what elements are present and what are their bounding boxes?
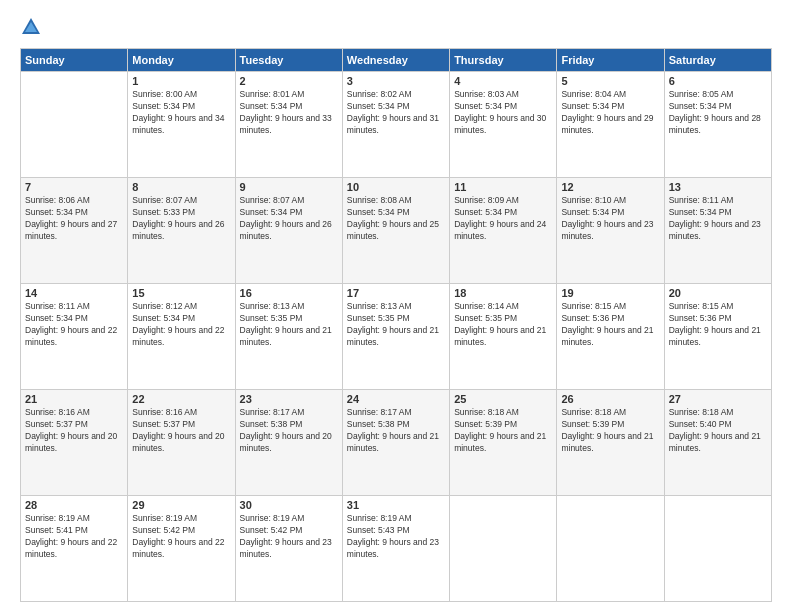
sunset-text: Sunset: 5:37 PM (25, 419, 123, 431)
day-number: 27 (669, 393, 767, 405)
cell-4-3: 31Sunrise: 8:19 AMSunset: 5:43 PMDayligh… (342, 496, 449, 602)
daylight-text: Daylight: 9 hours and 24 minutes. (454, 219, 552, 243)
sunset-text: Sunset: 5:37 PM (132, 419, 230, 431)
sunrise-text: Sunrise: 8:09 AM (454, 195, 552, 207)
calendar: SundayMondayTuesdayWednesdayThursdayFrid… (20, 48, 772, 602)
sunset-text: Sunset: 5:36 PM (561, 313, 659, 325)
sunset-text: Sunset: 5:34 PM (454, 207, 552, 219)
col-header-sunday: Sunday (21, 49, 128, 72)
cell-2-5: 19Sunrise: 8:15 AMSunset: 5:36 PMDayligh… (557, 284, 664, 390)
cell-0-6: 6Sunrise: 8:05 AMSunset: 5:34 PMDaylight… (664, 72, 771, 178)
daylight-text: Daylight: 9 hours and 26 minutes. (132, 219, 230, 243)
daylight-text: Daylight: 9 hours and 31 minutes. (347, 113, 445, 137)
page: SundayMondayTuesdayWednesdayThursdayFrid… (0, 0, 792, 612)
cell-1-0: 7Sunrise: 8:06 AMSunset: 5:34 PMDaylight… (21, 178, 128, 284)
day-number: 28 (25, 499, 123, 511)
day-number: 12 (561, 181, 659, 193)
daylight-text: Daylight: 9 hours and 20 minutes. (240, 431, 338, 455)
sunset-text: Sunset: 5:42 PM (132, 525, 230, 537)
day-number: 1 (132, 75, 230, 87)
sunset-text: Sunset: 5:35 PM (240, 313, 338, 325)
col-header-saturday: Saturday (664, 49, 771, 72)
sunrise-text: Sunrise: 8:18 AM (669, 407, 767, 419)
cell-3-3: 24Sunrise: 8:17 AMSunset: 5:38 PMDayligh… (342, 390, 449, 496)
cell-1-5: 12Sunrise: 8:10 AMSunset: 5:34 PMDayligh… (557, 178, 664, 284)
day-number: 20 (669, 287, 767, 299)
cell-3-0: 21Sunrise: 8:16 AMSunset: 5:37 PMDayligh… (21, 390, 128, 496)
cell-4-5 (557, 496, 664, 602)
sunset-text: Sunset: 5:34 PM (669, 207, 767, 219)
sunrise-text: Sunrise: 8:03 AM (454, 89, 552, 101)
day-number: 14 (25, 287, 123, 299)
sunrise-text: Sunrise: 8:10 AM (561, 195, 659, 207)
daylight-text: Daylight: 9 hours and 34 minutes. (132, 113, 230, 137)
daylight-text: Daylight: 9 hours and 33 minutes. (240, 113, 338, 137)
day-number: 13 (669, 181, 767, 193)
header (20, 16, 772, 38)
cell-2-1: 15Sunrise: 8:12 AMSunset: 5:34 PMDayligh… (128, 284, 235, 390)
sunset-text: Sunset: 5:34 PM (25, 207, 123, 219)
daylight-text: Daylight: 9 hours and 21 minutes. (561, 325, 659, 349)
cell-0-3: 3Sunrise: 8:02 AMSunset: 5:34 PMDaylight… (342, 72, 449, 178)
daylight-text: Daylight: 9 hours and 26 minutes. (240, 219, 338, 243)
sunset-text: Sunset: 5:34 PM (347, 207, 445, 219)
col-header-monday: Monday (128, 49, 235, 72)
cell-4-0: 28Sunrise: 8:19 AMSunset: 5:41 PMDayligh… (21, 496, 128, 602)
day-number: 8 (132, 181, 230, 193)
sunrise-text: Sunrise: 8:12 AM (132, 301, 230, 313)
sunrise-text: Sunrise: 8:19 AM (240, 513, 338, 525)
sunset-text: Sunset: 5:34 PM (240, 101, 338, 113)
col-header-thursday: Thursday (450, 49, 557, 72)
day-number: 5 (561, 75, 659, 87)
sunset-text: Sunset: 5:38 PM (347, 419, 445, 431)
daylight-text: Daylight: 9 hours and 21 minutes. (454, 325, 552, 349)
sunrise-text: Sunrise: 8:17 AM (240, 407, 338, 419)
cell-1-6: 13Sunrise: 8:11 AMSunset: 5:34 PMDayligh… (664, 178, 771, 284)
week-row-3: 21Sunrise: 8:16 AMSunset: 5:37 PMDayligh… (21, 390, 772, 496)
sunrise-text: Sunrise: 8:19 AM (347, 513, 445, 525)
cell-4-6 (664, 496, 771, 602)
sunset-text: Sunset: 5:41 PM (25, 525, 123, 537)
daylight-text: Daylight: 9 hours and 21 minutes. (240, 325, 338, 349)
day-number: 23 (240, 393, 338, 405)
cell-1-1: 8Sunrise: 8:07 AMSunset: 5:33 PMDaylight… (128, 178, 235, 284)
cell-2-6: 20Sunrise: 8:15 AMSunset: 5:36 PMDayligh… (664, 284, 771, 390)
sunset-text: Sunset: 5:36 PM (669, 313, 767, 325)
sunset-text: Sunset: 5:40 PM (669, 419, 767, 431)
sunrise-text: Sunrise: 8:15 AM (669, 301, 767, 313)
col-header-friday: Friday (557, 49, 664, 72)
sunrise-text: Sunrise: 8:04 AM (561, 89, 659, 101)
cell-0-0 (21, 72, 128, 178)
sunset-text: Sunset: 5:42 PM (240, 525, 338, 537)
daylight-text: Daylight: 9 hours and 22 minutes. (132, 325, 230, 349)
calendar-table: SundayMondayTuesdayWednesdayThursdayFrid… (20, 48, 772, 602)
cell-2-4: 18Sunrise: 8:14 AMSunset: 5:35 PMDayligh… (450, 284, 557, 390)
cell-2-3: 17Sunrise: 8:13 AMSunset: 5:35 PMDayligh… (342, 284, 449, 390)
logo-icon (20, 16, 42, 38)
daylight-text: Daylight: 9 hours and 30 minutes. (454, 113, 552, 137)
day-number: 17 (347, 287, 445, 299)
day-number: 11 (454, 181, 552, 193)
sunrise-text: Sunrise: 8:07 AM (240, 195, 338, 207)
daylight-text: Daylight: 9 hours and 27 minutes. (25, 219, 123, 243)
sunset-text: Sunset: 5:34 PM (240, 207, 338, 219)
day-number: 6 (669, 75, 767, 87)
sunset-text: Sunset: 5:39 PM (561, 419, 659, 431)
daylight-text: Daylight: 9 hours and 21 minutes. (669, 325, 767, 349)
day-number: 22 (132, 393, 230, 405)
cell-0-2: 2Sunrise: 8:01 AMSunset: 5:34 PMDaylight… (235, 72, 342, 178)
day-number: 2 (240, 75, 338, 87)
cell-3-5: 26Sunrise: 8:18 AMSunset: 5:39 PMDayligh… (557, 390, 664, 496)
sunrise-text: Sunrise: 8:19 AM (25, 513, 123, 525)
cell-2-0: 14Sunrise: 8:11 AMSunset: 5:34 PMDayligh… (21, 284, 128, 390)
day-number: 26 (561, 393, 659, 405)
day-number: 19 (561, 287, 659, 299)
sunrise-text: Sunrise: 8:13 AM (240, 301, 338, 313)
sunrise-text: Sunrise: 8:16 AM (25, 407, 123, 419)
sunrise-text: Sunrise: 8:13 AM (347, 301, 445, 313)
day-number: 3 (347, 75, 445, 87)
sunset-text: Sunset: 5:34 PM (669, 101, 767, 113)
sunrise-text: Sunrise: 8:14 AM (454, 301, 552, 313)
cell-3-1: 22Sunrise: 8:16 AMSunset: 5:37 PMDayligh… (128, 390, 235, 496)
day-number: 18 (454, 287, 552, 299)
